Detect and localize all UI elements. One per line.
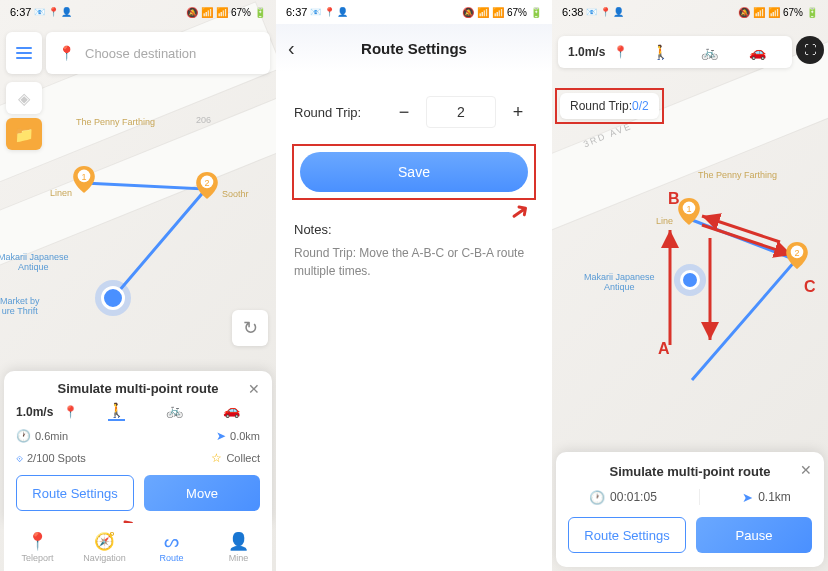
poi-linen: Linen: [50, 188, 72, 198]
label-a: A: [658, 340, 670, 358]
destination-search[interactable]: 📍 Choose destination: [46, 32, 270, 74]
close-sheet-button[interactable]: ✕: [248, 381, 260, 397]
nav-icon: ➤: [742, 490, 753, 505]
collect-button[interactable]: ☆Collect: [211, 451, 260, 465]
status-time: 6:37: [10, 6, 31, 18]
tab-navigation[interactable]: 🧭Navigation: [71, 523, 138, 571]
route-settings-button[interactable]: Route Settings: [16, 475, 134, 511]
navigation-icon: 🧭: [94, 531, 115, 552]
spots-info: ⟐2/100 Spots: [16, 451, 86, 465]
building-number: 206: [196, 115, 211, 125]
mine-icon: 👤: [228, 531, 249, 552]
spots-icon: ⟐: [16, 451, 23, 465]
speed-value: 1.0m/s: [568, 45, 605, 59]
round-trip-label: Round Trip:: [294, 105, 361, 120]
save-highlight: Save: [292, 144, 536, 200]
layers-button[interactable]: ◈: [6, 82, 42, 114]
elapsed-time: 🕐00:01:05: [589, 489, 657, 505]
status-bar: 6:37📧 📍 👤 🔕 📶 📶67%🔋: [0, 0, 276, 24]
battery-percent: 67%: [507, 7, 527, 18]
star-icon: ☆: [211, 451, 222, 465]
pin-icon: 📍: [613, 45, 628, 59]
mode-bike[interactable]: 🚲: [701, 44, 718, 60]
page-title: Route Settings: [361, 40, 467, 57]
speed-pin-icon: 📍: [63, 405, 78, 419]
round-trip-badge: Round Trip:0/2: [560, 93, 659, 119]
save-button[interactable]: Save: [300, 152, 528, 192]
round-trip-value[interactable]: 2: [426, 96, 496, 128]
move-button[interactable]: Move: [144, 475, 260, 511]
notes-section: Notes: Round Trip: Move the A-B-C or C-B…: [294, 220, 534, 280]
current-location-dot: [101, 286, 125, 310]
route-sheet: Simulate multi-point route ✕ 1.0m/s 📍 🚶 …: [4, 371, 272, 523]
sheet-title: Simulate multi-point route: [16, 381, 260, 396]
refresh-button[interactable]: ↻: [232, 310, 268, 346]
current-location-dot: [680, 270, 700, 290]
duration-info: 🕐0.6min: [16, 429, 68, 443]
poi-penny-farthing: The Penny Farthing: [76, 117, 155, 127]
poi-penny-farthing: The Penny Farthing: [698, 170, 777, 180]
waypoint-1-pin[interactable]: 1: [73, 166, 95, 193]
mode-walk[interactable]: 🚶: [652, 44, 669, 60]
tab-mine[interactable]: 👤Mine: [205, 523, 272, 571]
svg-text:2: 2: [794, 248, 799, 258]
nav-icon: ➤: [216, 429, 226, 443]
phone-1-map-screen: 1 2 The Penny Farthing Linen Soothr Maka…: [0, 0, 276, 571]
round-trip-highlight: Round Trip:0/2: [555, 88, 664, 124]
sheet-title: Simulate multi-point route: [568, 464, 812, 479]
increment-button[interactable]: +: [502, 96, 534, 128]
notes-body: Round Trip: Move the A-B-C or C-B-A rout…: [294, 244, 534, 280]
pin-icon: 📍: [58, 45, 75, 61]
poi-makarii: Makarii Japanese Antique: [0, 252, 69, 272]
round-trip-row: Round Trip: − 2 +: [276, 96, 552, 128]
status-bar: 6:38📧 📍 👤 🔕 📶 📶67%🔋: [552, 0, 828, 24]
poi-makarii: Makarii Japanese Antique: [584, 272, 655, 292]
mode-car[interactable]: 🚗: [749, 44, 766, 60]
svg-line-5: [702, 225, 792, 255]
speed-value: 1.0m/s: [16, 405, 53, 419]
mode-walk[interactable]: 🚶: [108, 402, 125, 421]
tab-route[interactable]: ᔕRoute: [138, 523, 205, 571]
route-sheet: Simulate multi-point route ✕ 🕐00:01:05 ➤…: [556, 452, 824, 567]
clock-icon: 🕐: [589, 490, 605, 505]
label-c: C: [804, 278, 816, 296]
route-settings-button[interactable]: Route Settings: [568, 517, 686, 553]
battery-percent: 67%: [231, 7, 251, 18]
waypoint-2-pin[interactable]: 2: [196, 172, 218, 199]
battery-percent: 67%: [783, 7, 803, 18]
floating-scan-button[interactable]: ⛶: [796, 36, 824, 64]
speed-card: 1.0m/s 📍 🚶 🚲 🚗: [558, 36, 792, 68]
waypoint-2-pin[interactable]: 2: [786, 242, 808, 269]
mode-car[interactable]: 🚗: [223, 402, 240, 421]
poi-linen: Line: [656, 216, 673, 226]
back-button[interactable]: ‹: [288, 37, 295, 60]
svg-text:1: 1: [81, 172, 86, 182]
phone-3-running-route: 1 2 The Penny Farthing Line Makarii Japa…: [552, 0, 828, 571]
distance-info: ➤0.0km: [216, 429, 260, 443]
round-trip-stepper: − 2 +: [388, 96, 534, 128]
menu-button[interactable]: [6, 32, 42, 74]
tab-teleport[interactable]: 📍Teleport: [4, 523, 71, 571]
status-time: 6:38: [562, 6, 583, 18]
mode-bike[interactable]: 🚲: [166, 402, 183, 421]
distance-info: ➤0.1km: [742, 489, 791, 505]
teleport-icon: 📍: [27, 531, 48, 552]
waypoint-1-pin[interactable]: 1: [678, 198, 700, 225]
folder-button[interactable]: 📁: [6, 118, 42, 150]
header: ‹ Route Settings: [276, 24, 552, 72]
label-b: B: [668, 190, 680, 208]
tab-bar: 📍Teleport 🧭Navigation ᔕRoute 👤Mine: [4, 523, 272, 571]
clock-icon: 🕐: [16, 429, 31, 443]
notes-title: Notes:: [294, 220, 534, 240]
pause-button[interactable]: Pause: [696, 517, 812, 553]
hamburger-icon: [16, 47, 32, 59]
svg-line-6: [702, 216, 780, 242]
search-placeholder: Choose destination: [85, 46, 196, 61]
status-bar: 6:37📧 📍 👤 🔕 📶 📶67%🔋: [276, 0, 552, 24]
phone-2-route-settings: 6:37📧 📍 👤 🔕 📶 📶67%🔋 ‹ Route Settings Rou…: [276, 0, 552, 571]
poi-soothr: Soothr: [222, 189, 249, 199]
decrement-button[interactable]: −: [388, 96, 420, 128]
svg-text:2: 2: [204, 178, 209, 188]
poi-market: Market by ure Thrift: [0, 296, 40, 316]
close-sheet-button[interactable]: ✕: [800, 462, 812, 478]
